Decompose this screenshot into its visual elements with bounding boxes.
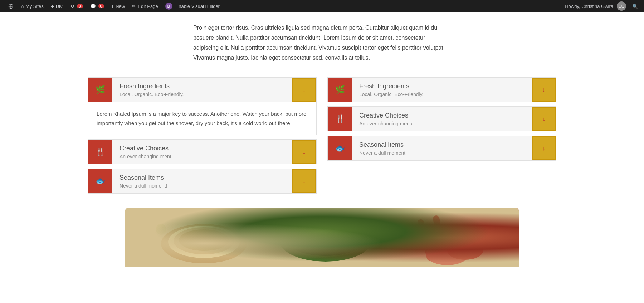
page-content: Proin eget tortor risus. Cras ultricies … [0, 12, 644, 267]
accordion-icon-fresh-right: 🌿 [328, 78, 352, 102]
new-label: New [116, 4, 125, 9]
accordion-body-fresh-left: Lorem Khaled Ipsum is a major key to suc… [88, 102, 316, 135]
accordion-icon-seasonal-left: 🐟 [88, 169, 112, 193]
svg-rect-0 [125, 208, 519, 267]
divi-icon: ◆ [51, 4, 54, 9]
accordion-item-fresh-ingredients-left: 🌿 Fresh Ingredients Local. Organic. Eco-… [88, 77, 317, 135]
updates-menu[interactable]: ↻ 3 [67, 0, 86, 12]
svg-point-5 [279, 219, 372, 262]
accordion-title-area-creative-left: Creative Choices An ever-changing menu [112, 140, 292, 164]
edit-page-label: Edit Page [138, 4, 158, 9]
edit-page-button[interactable]: ✏ Edit Page [128, 0, 161, 12]
bottom-image [125, 208, 519, 267]
wp-icon: ⊕ [8, 2, 14, 10]
accordion-header-fresh-right: 🌿 Fresh Ingredients Local. Organic. Eco-… [328, 78, 556, 102]
divi-badge: D [165, 3, 172, 10]
bottom-image-section [0, 208, 644, 267]
accordion-header-seasonal-right: 🐟 Seasonal Items Never a dull moment! ↓ [328, 136, 556, 160]
fish-icon-right: 🐟 [335, 144, 345, 153]
accordion-subtitle-fresh-left: Local. Organic. Eco-Friendly. [119, 91, 285, 97]
accordion-subtitle-creative-right: An ever-changing menu [359, 121, 525, 126]
leaf-icon-right: 🌿 [335, 85, 345, 94]
accordion-header-creative-right: 🍴 Creative Choices An ever-changing menu… [328, 107, 556, 131]
leaf-icon: 🌿 [96, 85, 105, 94]
accordion-title-fresh-right: Fresh Ingredients [359, 83, 525, 90]
mysites-menu[interactable]: ⌂ My Sites [18, 0, 47, 12]
svg-point-23 [258, 229, 272, 244]
mysites-label: My Sites [26, 4, 44, 9]
accordion-title-area-seasonal-right: Seasonal Items Never a dull moment! [352, 136, 532, 160]
svg-rect-19 [417, 219, 434, 262]
accordion-title-creative-left: Creative Choices [119, 145, 285, 152]
search-button[interactable]: 🔍 [630, 1, 640, 11]
accordion-toggle-seasonal-right[interactable]: ↓ [532, 136, 556, 160]
accordion-toggle-creative-right[interactable]: ↓ [532, 107, 556, 131]
fork-icon-right: 🍴 [335, 114, 345, 124]
accordion-icon-creative-right: 🍴 [328, 107, 352, 131]
intro-text: Proin eget tortor risus. Cras ultricies … [186, 23, 458, 63]
bottom-image-svg [125, 208, 519, 267]
accordion-title-area-fresh-right: Fresh Ingredients Local. Organic. Eco-Fr… [352, 78, 532, 102]
svg-point-21 [426, 244, 469, 265]
accordion-item-seasonal-left: 🐟 Seasonal Items Never a dull moment! ↓ [88, 169, 317, 194]
home-icon: ⌂ [21, 4, 24, 9]
accordion-icon-creative-left: 🍴 [88, 140, 112, 164]
accordion-item-creative-choices-right: 🍴 Creative Choices An ever-changing menu… [327, 106, 556, 131]
svg-point-1 [161, 224, 247, 263]
right-accordion-column: 🌿 Fresh Ingredients Local. Organic. Eco-… [322, 77, 562, 194]
accordion-icon-seasonal-right: 🐟 [328, 136, 352, 160]
svg-rect-7 [290, 228, 361, 249]
svg-point-24 [156, 224, 166, 235]
accordion-title-area-creative-right: Creative Choices An ever-changing menu [352, 107, 532, 131]
accordion-item-seasonal-right: 🐟 Seasonal Items Never a dull moment! ↓ [327, 136, 556, 161]
visual-builder-button[interactable]: D Enable Visual Builder [162, 0, 223, 12]
search-icon: 🔍 [632, 4, 638, 9]
accordion-title-fresh-left: Fresh Ingredients [119, 83, 285, 90]
accordion-title-seasonal-left: Seasonal Items [119, 174, 285, 182]
fish-icon-left: 🐟 [96, 177, 105, 186]
accordion-toggle-seasonal-left[interactable]: ↓ [292, 169, 316, 193]
accordion-subtitle-creative-left: An ever-changing menu [119, 154, 285, 159]
divi-menu[interactable]: ◆ Divi [47, 0, 67, 12]
visual-builder-label: Enable Visual Builder [176, 4, 220, 9]
admin-bar: ⊕ ⌂ My Sites ◆ Divi ↻ 3 💬 0 + New ✏ Edit… [0, 0, 644, 12]
accordion-title-seasonal-right: Seasonal Items [359, 141, 525, 149]
accordion-subtitle-seasonal-left: Never a dull moment! [119, 183, 285, 189]
comment-icon: 💬 [90, 4, 96, 9]
accordion-icon-fresh-left: 🌿 [88, 78, 112, 102]
accordion-title-creative-right: Creative Choices [359, 112, 525, 119]
svg-point-2 [168, 226, 240, 258]
svg-point-22 [447, 242, 483, 260]
svg-point-4 [179, 229, 229, 251]
new-plus-icon: + [111, 4, 114, 9]
accordion-subtitle-fresh-right: Local. Organic. Eco-Friendly. [359, 91, 525, 97]
svg-rect-20 [433, 215, 447, 262]
avatar[interactable]: CG [617, 1, 626, 11]
accordion-title-area-seasonal-left: Seasonal Items Never a dull moment! [112, 169, 292, 193]
wp-logo[interactable]: ⊕ [4, 0, 18, 12]
accordion-toggle-creative-left[interactable]: ↓ [292, 140, 316, 164]
accordion-title-area-fresh-left: Fresh Ingredients Local. Organic. Eco-Fr… [112, 78, 292, 102]
accordion-toggle-fresh-right[interactable]: ↓ [532, 78, 556, 102]
comments-menu[interactable]: 💬 0 [87, 0, 108, 12]
intro-paragraph: Proin eget tortor risus. Cras ultricies … [193, 23, 451, 63]
new-menu[interactable]: + New [108, 0, 129, 12]
accordion-item-fresh-ingredients-right: 🌿 Fresh Ingredients Local. Organic. Eco-… [327, 77, 556, 102]
svg-point-6 [284, 220, 367, 256]
accordion-toggle-fresh-left[interactable]: ↓ [292, 78, 316, 102]
comments-count: 0 [98, 4, 104, 8]
accordion-header-seasonal-left: 🐟 Seasonal Items Never a dull moment! ↓ [88, 169, 316, 193]
divi-label: Divi [56, 4, 64, 9]
updates-count: 3 [77, 4, 83, 8]
accordion-subtitle-seasonal-right: Never a dull moment! [359, 150, 525, 156]
user-greeting: Howdy, Christina Gwira [565, 4, 613, 9]
svg-point-3 [174, 227, 234, 254]
refresh-icon: ↻ [70, 4, 74, 9]
edit-icon: ✏ [132, 4, 136, 9]
accordion-section: 🌿 Fresh Ingredients Local. Organic. Eco-… [0, 77, 644, 194]
accordion-item-creative-choices-left: 🍴 Creative Choices An ever-changing menu… [88, 139, 317, 164]
accordion-body-text-fresh-left: Lorem Khaled Ipsum is a major key to suc… [97, 109, 308, 128]
fork-icon-left: 🍴 [96, 147, 105, 157]
admin-bar-right: Howdy, Christina Gwira CG 🔍 [565, 1, 640, 11]
accordion-header-fresh-left: 🌿 Fresh Ingredients Local. Organic. Eco-… [88, 78, 316, 102]
